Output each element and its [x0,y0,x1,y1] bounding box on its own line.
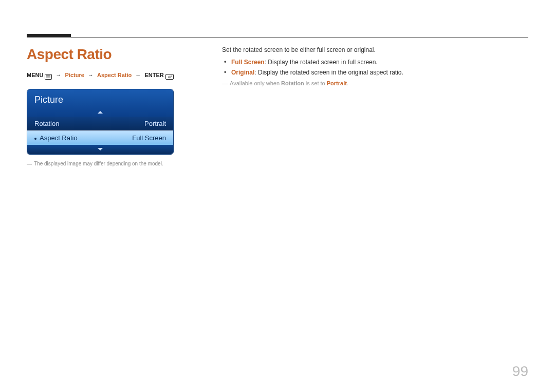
availability-note: ―Available only when Rotation is set to … [222,80,528,86]
osd-footer [27,145,173,154]
enter-icon [165,73,174,80]
option-name: Full Screen [231,59,265,66]
option-original: Original: Display the rotated screen in … [231,69,528,76]
breadcrumb-arrow: → [133,72,143,78]
osd-row-aspect-ratio: Aspect Ratio Full Screen [27,130,173,145]
right-column: Set the rotated screen to be either full… [222,46,528,166]
osd-row-label: Rotation [34,120,59,127]
osd-header: Picture [27,89,173,117]
breadcrumb-arrow: → [86,72,96,78]
note-suffix: . [347,80,348,86]
image-disclaimer: ―The displayed image may differ dependin… [27,161,181,166]
manual-page: Aspect Ratio MENU → Picture → Aspect Rat… [0,0,555,392]
note-dash-icon: ― [222,80,228,86]
option-desc: : Display the rotated screen in full scr… [265,59,378,66]
header-rule [27,37,528,38]
breadcrumb-menu-label: MENU [27,72,43,78]
osd-row-value: Full Screen [132,134,166,142]
left-column: Aspect Ratio MENU → Picture → Aspect Rat… [27,46,181,166]
two-column-layout: Aspect Ratio MENU → Picture → Aspect Rat… [27,46,528,166]
osd-title: Picture [34,95,63,105]
osd-row-rotation: Rotation Portrait [27,117,173,130]
option-desc: : Display the rotated screen in the orig… [254,69,403,76]
menu-icon [45,73,52,80]
bullet-icon [34,138,36,140]
note-prefix: Available only when [230,80,281,86]
caret-down-icon [98,148,103,151]
breadcrumb-arrow: → [54,72,64,78]
note-mid: is set to [304,80,327,86]
note-portrait: Portrait [327,80,347,86]
osd-row-label-text: Aspect Ratio [40,134,78,142]
option-full-screen: Full Screen: Display the rotated screen … [231,59,528,66]
breadcrumb: MENU → Picture → Aspect Ratio → ENTER [27,72,181,80]
option-name: Original [231,69,254,76]
page-number: 99 [512,363,528,380]
breadcrumb-aspect-ratio: Aspect Ratio [97,72,132,78]
footnote-text: The displayed image may differ depending… [34,161,163,166]
osd-row-label: Aspect Ratio [34,134,78,142]
breadcrumb-picture: Picture [65,72,84,78]
footnote-dash-icon: ― [27,161,32,166]
breadcrumb-enter-label: ENTER [144,72,163,78]
lead-text: Set the rotated screen to be either full… [222,46,528,53]
note-rotation: Rotation [281,80,304,86]
caret-up-icon [98,111,103,114]
osd-preview: Picture Rotation Portrait Aspect Ratio F… [27,89,174,155]
option-list: Full Screen: Display the rotated screen … [222,59,528,76]
page-title: Aspect Ratio [27,46,181,63]
osd-row-value: Portrait [144,120,166,127]
